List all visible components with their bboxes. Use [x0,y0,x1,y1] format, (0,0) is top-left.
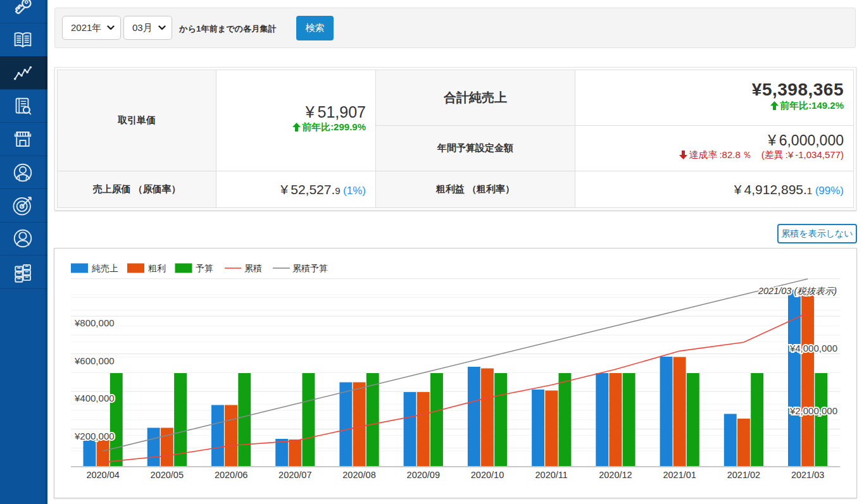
svg-text:2020/11: 2020/11 [535,470,568,480]
svg-text:¥2,000,000: ¥2,000,000 [789,405,837,416]
svg-text:粗利: 粗利 [148,263,166,273]
svg-text:2020/08: 2020/08 [342,470,375,480]
svg-text:¥400,000: ¥400,000 [74,393,115,403]
svg-text:純売上: 純売上 [92,263,118,273]
svg-text:2020/12: 2020/12 [599,470,632,480]
svg-text:2020/10: 2020/10 [471,470,504,480]
svg-text:2021/03: 2021/03 [791,470,824,480]
svg-text:¥4,000,000: ¥4,000,000 [789,343,837,353]
svg-text:2021/02: 2021/02 [727,470,760,480]
svg-text:2020/07: 2020/07 [279,470,311,480]
svg-text:¥800,000: ¥800,000 [74,317,115,328]
svg-text:2020/06: 2020/06 [215,470,247,480]
svg-text:2021/03 (税抜表示): 2021/03 (税抜表示) [758,286,837,296]
svg-text:¥600,000: ¥600,000 [74,355,115,366]
svg-text:¥200,000: ¥200,000 [74,431,115,441]
svg-text:予算: 予算 [196,263,213,273]
svg-text:2020/04: 2020/04 [86,470,119,480]
svg-text:累積予算: 累積予算 [292,263,328,273]
svg-text:2021/01: 2021/01 [663,470,696,480]
svg-text:2020/09: 2020/09 [407,470,440,480]
svg-text:累積: 累積 [244,263,262,273]
svg-text:2020/05: 2020/05 [151,470,184,480]
